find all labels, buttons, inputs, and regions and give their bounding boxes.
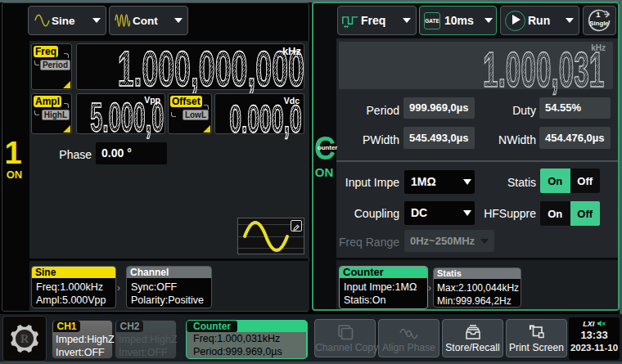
svg-text:1: 1 — [596, 10, 601, 19]
svg-text:R: R — [20, 333, 29, 345]
svg-text:Single: Single — [589, 19, 609, 26]
